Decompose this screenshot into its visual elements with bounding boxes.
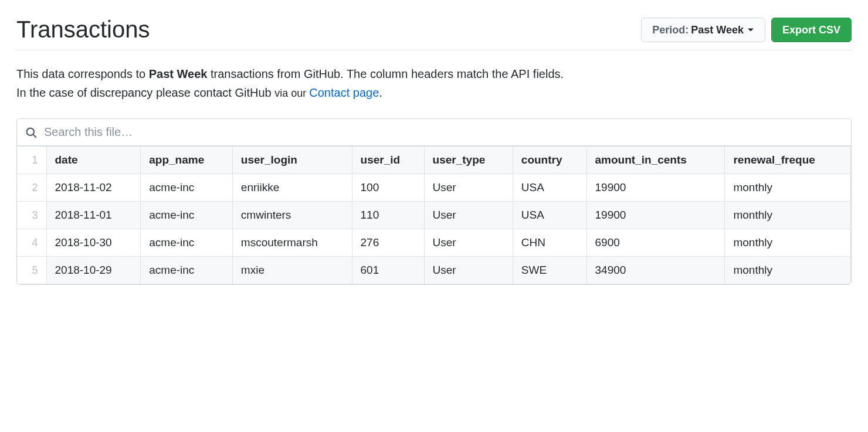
period-value: Past Week: [691, 23, 744, 37]
table-cell: acme-inc: [141, 257, 233, 284]
col-country: country: [513, 147, 586, 174]
table-cell: monthly: [725, 174, 851, 202]
transactions-table: 1 date app_name user_login user_id user_…: [17, 146, 851, 284]
table-cell: acme-inc: [141, 174, 233, 202]
header-actions: Period: Past Week Export CSV: [641, 18, 852, 42]
col-renewal-frequency: renewal_freque: [725, 147, 851, 174]
header-line-number: 1: [17, 147, 46, 174]
col-date: date: [46, 147, 141, 174]
search-icon: [25, 127, 37, 138]
table-cell: monthly: [725, 257, 851, 284]
table-row: 42018-10-30acme-incmscoutermarsh276UserC…: [17, 229, 851, 257]
table-cell: acme-inc: [141, 202, 233, 229]
table-cell: acme-inc: [141, 229, 233, 257]
col-user-type: user_type: [424, 147, 513, 174]
period-dropdown[interactable]: Period: Past Week: [641, 18, 765, 42]
contact-page-link[interactable]: Contact page: [309, 86, 379, 99]
col-user-login: user_login: [232, 147, 352, 174]
table-cell: 19900: [586, 174, 725, 202]
table-cell: 2018-10-30: [46, 229, 141, 257]
desc-line2-prefix: In the case of discrepancy please contac…: [16, 86, 274, 99]
table-cell: USA: [513, 202, 586, 229]
line-number: 2: [17, 174, 46, 202]
col-amount-in-cents: amount_in_cents: [586, 147, 725, 174]
table-cell: cmwinters: [232, 202, 352, 229]
line-number: 4: [17, 229, 46, 257]
table-cell: CHN: [513, 229, 586, 257]
svg-point-0: [27, 128, 35, 135]
table-cell: User: [424, 229, 513, 257]
table-cell: 2018-11-02: [46, 174, 141, 202]
desc-line1-suffix: transactions from GitHub. The column hea…: [207, 67, 564, 80]
table-cell: 100: [352, 174, 424, 202]
table-cell: 276: [352, 229, 424, 257]
desc-line1-bold: Past Week: [149, 67, 208, 80]
file-box: 1 date app_name user_login user_id user_…: [16, 118, 852, 285]
col-app-name: app_name: [141, 147, 233, 174]
page-header: Transactions Period: Past Week Export CS…: [16, 16, 852, 50]
svg-line-1: [33, 134, 36, 137]
table-row: 52018-10-29acme-incmxie601UserSWE34900mo…: [17, 257, 851, 284]
col-user-id: user_id: [352, 147, 424, 174]
table-cell: User: [424, 174, 513, 202]
table-cell: USA: [513, 174, 586, 202]
description: This data corresponds to Past Week trans…: [16, 64, 852, 102]
table-cell: monthly: [725, 229, 851, 257]
table-scroll: 1 date app_name user_login user_id user_…: [17, 146, 851, 284]
line-number: 3: [17, 202, 46, 229]
table-cell: mxie: [232, 257, 352, 284]
table-cell: SWE: [513, 257, 586, 284]
table-cell: 6900: [586, 229, 725, 257]
table-cell: monthly: [725, 202, 851, 229]
desc-line1-prefix: This data corresponds to: [16, 67, 149, 80]
export-csv-button[interactable]: Export CSV: [771, 18, 852, 42]
table-cell: 110: [352, 202, 424, 229]
page-title: Transactions: [16, 16, 150, 43]
desc-line2-end: .: [379, 86, 382, 99]
table-cell: 601: [352, 257, 424, 284]
chevron-down-icon: [747, 28, 754, 32]
table-cell: mscoutermarsh: [232, 229, 352, 257]
table-cell: enriikke: [232, 174, 352, 202]
table-cell: User: [424, 257, 513, 284]
search-row: [17, 119, 851, 146]
table-cell: 2018-11-01: [46, 202, 141, 229]
table-cell: 2018-10-29: [46, 257, 141, 284]
table-cell: User: [424, 202, 513, 229]
search-input[interactable]: [43, 125, 843, 140]
table-cell: 34900: [586, 257, 725, 284]
line-number: 5: [17, 257, 46, 284]
table-row: 22018-11-02acme-incenriikke100UserUSA199…: [17, 174, 851, 202]
desc-line2-sub: via our: [274, 87, 309, 99]
table-row: 32018-11-01acme-inccmwinters110UserUSA19…: [17, 202, 851, 229]
table-cell: 19900: [586, 202, 725, 229]
period-label-prefix: Period:: [652, 23, 689, 37]
table-header-row: 1 date app_name user_login user_id user_…: [17, 147, 851, 174]
